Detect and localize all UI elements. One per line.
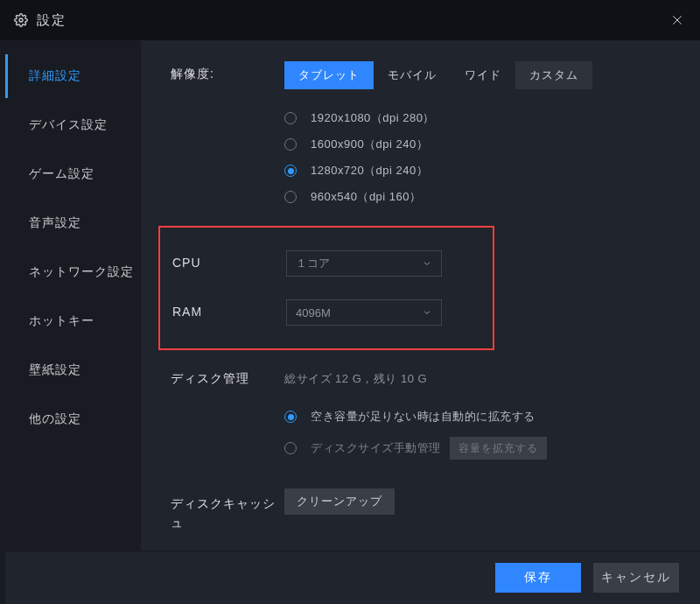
chevron-down-icon — [422, 307, 432, 318]
sidebar-item-network[interactable]: ネットワーク設定 — [5, 250, 141, 294]
save-button[interactable]: 保存 — [495, 563, 581, 593]
disk-option-manual[interactable]: ディスクサイズ手動管理 容量を拡充する — [284, 432, 674, 464]
sidebar-item-label: 詳細設定 — [29, 68, 81, 84]
sidebar: 詳細設定 デバイス設定 ゲーム設定 音声設定 ネットワーク設定 ホットキー 壁紙… — [5, 40, 141, 551]
sidebar-item-advanced[interactable]: 詳細設定 — [5, 54, 141, 98]
tab-custom[interactable]: カスタム — [515, 61, 592, 89]
tab-tablet[interactable]: タブレット — [284, 61, 374, 89]
close-button[interactable] — [668, 11, 686, 29]
radio-icon — [284, 138, 297, 151]
sidebar-item-label: デバイス設定 — [29, 117, 108, 133]
disk-summary: 総サイズ 12 G，残り 10 G — [284, 366, 674, 387]
disk-option-label: 空き容量が足りない時は自動的に拡充する — [311, 409, 536, 425]
sidebar-item-label: 音声設定 — [29, 215, 81, 231]
sidebar-item-label: 他の設定 — [29, 411, 81, 427]
expand-capacity-button: 容量を拡充する — [450, 437, 547, 460]
sidebar-item-other[interactable]: 他の設定 — [5, 397, 141, 441]
sidebar-item-game[interactable]: ゲーム設定 — [5, 152, 141, 196]
chevron-down-icon — [422, 258, 432, 269]
sidebar-item-audio[interactable]: 音声設定 — [5, 201, 141, 245]
radio-icon — [284, 411, 297, 423]
radio-icon — [284, 191, 297, 203]
cpu-label: CPU — [172, 250, 286, 277]
resolution-tabs: タブレット モバイル ワイド カスタム — [284, 61, 674, 89]
sidebar-item-wallpaper[interactable]: 壁紙設定 — [5, 348, 141, 392]
resolution-option[interactable]: 1280x720（dpi 240） — [284, 158, 674, 184]
cpu-select-value: １コア — [296, 256, 330, 271]
resolution-option-label: 1920x1080（dpi 280） — [311, 110, 435, 126]
disk-label: ディスク管理 — [171, 366, 284, 464]
radio-icon — [284, 442, 297, 454]
resolution-option-label: 1280x720（dpi 240） — [311, 163, 428, 179]
sidebar-item-device[interactable]: デバイス設定 — [5, 103, 141, 147]
sidebar-item-label: 壁紙設定 — [29, 362, 81, 378]
ram-label: RAM — [172, 299, 286, 326]
cpu-select[interactable]: １コア — [286, 250, 442, 277]
sidebar-item-label: ネットワーク設定 — [29, 264, 134, 280]
resolution-label: 解像度: — [171, 61, 284, 89]
gear-icon — [14, 13, 28, 27]
resolution-option[interactable]: 1920x1080（dpi 280） — [284, 105, 674, 131]
resolution-option[interactable]: 1600x900（dpi 240） — [284, 131, 674, 158]
sidebar-item-label: ゲーム設定 — [29, 166, 94, 182]
titlebar: 設定 — [0, 0, 700, 40]
content-panel: 解像度: タブレット モバイル ワイド カスタム 1920x1080（dpi 2… — [141, 40, 700, 551]
resolution-options: 1920x1080（dpi 280） 1600x900（dpi 240） 128… — [284, 102, 674, 210]
resolution-option[interactable]: 960x540（dpi 160） — [284, 184, 674, 210]
footer: 保存 キャンセル — [5, 551, 700, 604]
cache-label: ディスクキャッシュ — [171, 488, 284, 533]
ram-select-value: 4096M — [296, 306, 331, 320]
svg-point-0 — [19, 18, 23, 22]
cpu-ram-highlight: CPU １コア RAM 4096M — [158, 226, 494, 350]
cancel-button[interactable]: キャンセル — [593, 563, 679, 593]
ram-select[interactable]: 4096M — [286, 299, 442, 326]
sidebar-item-hotkey[interactable]: ホットキー — [5, 299, 141, 343]
radio-icon — [284, 165, 297, 177]
disk-option-label: ディスクサイズ手動管理 — [311, 440, 441, 456]
cleanup-button[interactable]: クリーンアップ — [284, 488, 395, 515]
resolution-option-label: 1600x900（dpi 240） — [311, 137, 428, 152]
tab-wide[interactable]: ワイド — [451, 61, 515, 89]
disk-option-auto[interactable]: 空き容量が足りない時は自動的に拡充する — [284, 401, 674, 432]
tab-mobile[interactable]: モバイル — [374, 61, 451, 89]
sidebar-item-label: ホットキー — [29, 313, 94, 329]
radio-icon — [284, 112, 297, 124]
window-title: 設定 — [37, 12, 66, 29]
resolution-option-label: 960x540（dpi 160） — [311, 189, 422, 205]
